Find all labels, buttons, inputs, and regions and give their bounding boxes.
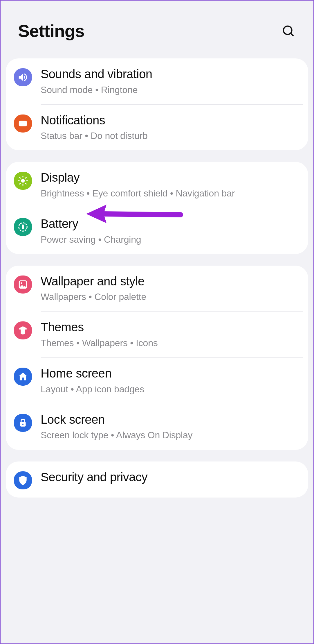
settings-item-display[interactable]: Display Brightness • Eye comfort shield … bbox=[6, 162, 308, 208]
svg-point-19 bbox=[22, 423, 24, 425]
settings-item-subtitle: Brightness • Eye comfort shield • Naviga… bbox=[41, 187, 300, 200]
settings-item-title: Notifications bbox=[41, 113, 300, 128]
settings-item-text: Home screen Layout • App icon badges bbox=[41, 366, 300, 396]
sound-icon bbox=[14, 68, 32, 86]
settings-item-text: Wallpaper and style Wallpapers • Color p… bbox=[41, 274, 300, 303]
svg-line-1 bbox=[291, 33, 294, 36]
settings-item-text: Notifications Status bar • Do not distur… bbox=[41, 113, 300, 142]
svg-point-17 bbox=[21, 282, 22, 284]
settings-item-subtitle: Sound mode • Ringtone bbox=[41, 84, 300, 96]
settings-item-title: Battery bbox=[41, 216, 300, 232]
svg-line-11 bbox=[20, 183, 20, 184]
svg-line-9 bbox=[20, 178, 20, 178]
lock-icon bbox=[14, 414, 32, 432]
settings-item-text: Lock screen Screen lock type • Always On… bbox=[41, 412, 300, 442]
settings-item-home[interactable]: Home screen Layout • App icon badges bbox=[6, 358, 308, 404]
settings-item-wallpaper[interactable]: Wallpaper and style Wallpapers • Color p… bbox=[6, 266, 308, 312]
svg-rect-14 bbox=[22, 225, 24, 229]
settings-item-title: Security and privacy bbox=[41, 470, 300, 485]
settings-item-text: Security and privacy bbox=[41, 470, 300, 485]
svg-rect-2 bbox=[19, 121, 27, 126]
settings-item-title: Display bbox=[41, 170, 300, 185]
settings-item-subtitle: Screen lock type • Always On Display bbox=[41, 429, 300, 441]
svg-point-4 bbox=[21, 179, 25, 183]
settings-item-subtitle: Status bar • Do not disturb bbox=[41, 130, 300, 142]
settings-item-themes[interactable]: Themes Themes • Wallpapers • Icons bbox=[6, 312, 308, 357]
settings-item-security[interactable]: Security and privacy bbox=[6, 461, 308, 498]
themes-icon bbox=[14, 321, 32, 339]
settings-item-lock[interactable]: Lock screen Screen lock type • Always On… bbox=[6, 404, 308, 450]
settings-item-title: Home screen bbox=[41, 366, 300, 381]
settings-item-title: Sounds and vibration bbox=[41, 67, 300, 82]
settings-group: Security and privacy bbox=[6, 461, 308, 498]
settings-item-text: Display Brightness • Eye comfort shield … bbox=[41, 170, 300, 200]
svg-point-3 bbox=[24, 121, 26, 124]
battery-icon bbox=[14, 218, 32, 236]
wallpaper-icon bbox=[14, 276, 32, 294]
settings-item-text: Themes Themes • Wallpapers • Icons bbox=[41, 320, 300, 349]
settings-item-text: Battery Power saving • Charging bbox=[41, 216, 300, 246]
settings-header: Settings bbox=[1, 1, 313, 58]
settings-item-subtitle: Power saving • Charging bbox=[41, 233, 300, 246]
svg-rect-15 bbox=[22, 224, 23, 225]
settings-item-subtitle: Wallpapers • Color palette bbox=[41, 291, 300, 303]
settings-item-battery[interactable]: Battery Power saving • Charging bbox=[6, 208, 308, 254]
settings-item-title: Wallpaper and style bbox=[41, 274, 300, 289]
settings-item-sound[interactable]: Sounds and vibration Sound mode • Ringto… bbox=[6, 58, 308, 104]
settings-item-title: Lock screen bbox=[41, 412, 300, 427]
svg-line-12 bbox=[26, 178, 26, 178]
settings-item-subtitle: Layout • App icon badges bbox=[41, 383, 300, 396]
search-icon bbox=[282, 24, 295, 38]
page-title: Settings bbox=[18, 21, 84, 41]
security-icon bbox=[14, 471, 32, 489]
settings-item-text: Sounds and vibration Sound mode • Ringto… bbox=[41, 67, 300, 96]
svg-line-10 bbox=[26, 183, 26, 184]
svg-point-0 bbox=[284, 26, 292, 34]
notifications-icon bbox=[14, 115, 32, 133]
settings-item-subtitle: Themes • Wallpapers • Icons bbox=[41, 337, 300, 349]
settings-group: Wallpaper and style Wallpapers • Color p… bbox=[6, 266, 308, 450]
settings-group: Display Brightness • Eye comfort shield … bbox=[6, 162, 308, 254]
display-icon bbox=[14, 172, 32, 190]
settings-item-title: Themes bbox=[41, 320, 300, 335]
search-button[interactable] bbox=[281, 24, 296, 39]
settings-group: Sounds and vibration Sound mode • Ringto… bbox=[6, 58, 308, 150]
home-icon bbox=[14, 368, 32, 386]
settings-item-notifications[interactable]: Notifications Status bar • Do not distur… bbox=[6, 105, 308, 151]
